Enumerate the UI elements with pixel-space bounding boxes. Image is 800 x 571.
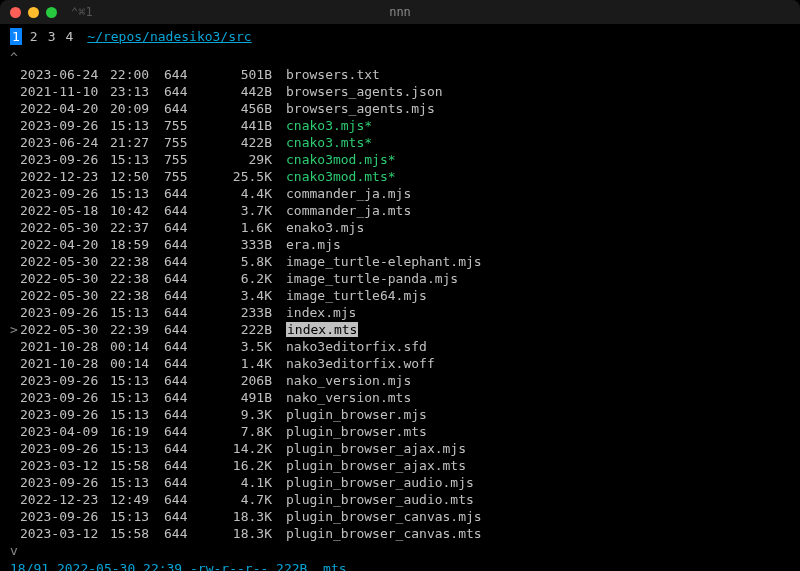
file-name: browsers_agents.mjs — [272, 100, 435, 117]
cursor-gutter: > — [10, 321, 20, 338]
file-permissions: 755 — [164, 134, 208, 151]
file-date: 2022-05-18 — [20, 202, 110, 219]
file-size: 3.5K — [208, 338, 272, 355]
file-row[interactable]: 2022-05-3022:386445.8Kimage_turtle-eleph… — [10, 253, 790, 270]
file-row[interactable]: 2022-04-2020:09644456Bbrowsers_agents.mj… — [10, 100, 790, 117]
traffic-lights — [10, 7, 57, 18]
file-date: 2022-05-30 — [20, 321, 110, 338]
file-size: 233B — [208, 304, 272, 321]
file-name: plugin_browser_audio.mjs — [272, 474, 474, 491]
file-size: 222B — [208, 321, 272, 338]
context-tab-4[interactable]: 4 — [63, 28, 75, 45]
file-date: 2023-06-24 — [20, 66, 110, 83]
shortcut-label: ⌃⌘1 — [71, 4, 93, 21]
file-date: 2021-11-10 — [20, 83, 110, 100]
file-date: 2023-09-26 — [20, 117, 110, 134]
file-row[interactable]: 2023-09-2615:13644233Bindex.mjs — [10, 304, 790, 321]
file-size: 4.7K — [208, 491, 272, 508]
file-row[interactable]: 2023-09-2615:1364414.2Kplugin_browser_aj… — [10, 440, 790, 457]
file-size: 442B — [208, 83, 272, 100]
file-name: browsers_agents.json — [272, 83, 443, 100]
file-permissions: 644 — [164, 185, 208, 202]
file-name: image_turtle64.mjs — [272, 287, 427, 304]
cursor-gutter — [10, 100, 20, 117]
file-date: 2023-03-12 — [20, 525, 110, 542]
file-size: 456B — [208, 100, 272, 117]
file-row[interactable]: 2022-12-2312:5075525.5Kcnako3mod.mts* — [10, 168, 790, 185]
maximize-button[interactable] — [46, 7, 57, 18]
file-time: 15:13 — [110, 508, 164, 525]
file-row[interactable]: 2023-09-2615:13644491Bnako_version.mts — [10, 389, 790, 406]
file-row[interactable]: 2021-10-2800:146441.4Knako3editorfix.wof… — [10, 355, 790, 372]
file-date: 2023-09-26 — [20, 508, 110, 525]
file-time: 22:00 — [110, 66, 164, 83]
file-time: 15:58 — [110, 525, 164, 542]
file-size: 501B — [208, 66, 272, 83]
file-row[interactable]: 2023-06-2421:27755422Bcnako3.mts* — [10, 134, 790, 151]
close-button[interactable] — [10, 7, 21, 18]
file-row[interactable]: 2023-09-2615:1364418.3Kplugin_browser_ca… — [10, 508, 790, 525]
file-list[interactable]: 2023-06-2422:00644501Bbrowsers.txt 2021-… — [10, 66, 790, 542]
file-size: 18.3K — [208, 508, 272, 525]
cursor-gutter — [10, 219, 20, 236]
file-permissions: 644 — [164, 423, 208, 440]
file-row[interactable]: 2023-09-2615:13755441Bcnako3.mjs* — [10, 117, 790, 134]
cursor-gutter — [10, 287, 20, 304]
file-row[interactable]: 2023-03-1215:5864416.2Kplugin_browser_aj… — [10, 457, 790, 474]
file-size: 422B — [208, 134, 272, 151]
file-time: 15:13 — [110, 185, 164, 202]
file-date: 2023-06-24 — [20, 134, 110, 151]
cursor-gutter — [10, 372, 20, 389]
cursor-gutter — [10, 423, 20, 440]
current-path[interactable]: ~/repos/nadesiko3/src — [87, 28, 251, 45]
file-size: 6.2K — [208, 270, 272, 287]
context-tab-1[interactable]: 1 — [10, 28, 22, 45]
file-row[interactable]: 2023-09-2615:136444.1Kplugin_browser_aud… — [10, 474, 790, 491]
file-permissions: 644 — [164, 508, 208, 525]
file-date: 2023-09-26 — [20, 474, 110, 491]
file-size: 18.3K — [208, 525, 272, 542]
file-permissions: 644 — [164, 83, 208, 100]
file-permissions: 644 — [164, 355, 208, 372]
file-time: 15:13 — [110, 372, 164, 389]
file-row[interactable]: 2023-06-2422:00644501Bbrowsers.txt — [10, 66, 790, 83]
file-row[interactable]: 2023-09-2615:136444.4Kcommander_ja.mjs — [10, 185, 790, 202]
cursor-gutter — [10, 389, 20, 406]
file-row[interactable]: 2023-03-1215:5864418.3Kplugin_browser_ca… — [10, 525, 790, 542]
file-row[interactable]: 2023-04-0916:196447.8Kplugin_browser.mts — [10, 423, 790, 440]
file-time: 20:09 — [110, 100, 164, 117]
file-size: 3.7K — [208, 202, 272, 219]
file-name: cnako3mod.mjs* — [272, 151, 396, 168]
file-row[interactable]: 2022-05-3022:376441.6Kenako3.mjs — [10, 219, 790, 236]
file-row[interactable]: 2022-05-1810:426443.7Kcommander_ja.mts — [10, 202, 790, 219]
file-row[interactable]: 2022-05-3022:386446.2Kimage_turtle-panda… — [10, 270, 790, 287]
file-permissions: 644 — [164, 287, 208, 304]
scroll-down-indicator: v — [10, 542, 790, 559]
context-tab-2[interactable]: 2 — [28, 28, 40, 45]
file-row[interactable]: 2023-09-2615:136449.3Kplugin_browser.mjs — [10, 406, 790, 423]
file-row[interactable]: 2022-04-2018:59644333Bera.mjs — [10, 236, 790, 253]
cursor-gutter — [10, 253, 20, 270]
file-permissions: 644 — [164, 253, 208, 270]
cursor-gutter — [10, 457, 20, 474]
file-time: 15:13 — [110, 151, 164, 168]
file-time: 12:50 — [110, 168, 164, 185]
file-row[interactable]: 2022-12-2312:496444.7Kplugin_browser_aud… — [10, 491, 790, 508]
file-row[interactable]: 2022-05-3022:386443.4Kimage_turtle64.mjs — [10, 287, 790, 304]
context-tab-3[interactable]: 3 — [46, 28, 58, 45]
scroll-up-indicator: ^ — [10, 49, 790, 66]
file-row[interactable]: 2023-09-2615:1375529Kcnako3mod.mjs* — [10, 151, 790, 168]
file-name: cnako3mod.mts* — [272, 168, 396, 185]
file-time: 15:13 — [110, 117, 164, 134]
file-time: 16:19 — [110, 423, 164, 440]
file-row[interactable]: 2021-11-1023:13644442Bbrowsers_agents.js… — [10, 83, 790, 100]
minimize-button[interactable] — [28, 7, 39, 18]
file-permissions: 644 — [164, 321, 208, 338]
file-size: 333B — [208, 236, 272, 253]
file-row[interactable]: 2023-09-2615:13644206Bnako_version.mjs — [10, 372, 790, 389]
file-row[interactable]: >2022-05-3022:39644222Bindex.mts — [10, 321, 790, 338]
file-name: plugin_browser_audio.mts — [272, 491, 474, 508]
file-date: 2022-04-20 — [20, 100, 110, 117]
file-name: nako3editorfix.woff — [272, 355, 435, 372]
file-row[interactable]: 2021-10-2800:146443.5Knako3editorfix.sfd — [10, 338, 790, 355]
